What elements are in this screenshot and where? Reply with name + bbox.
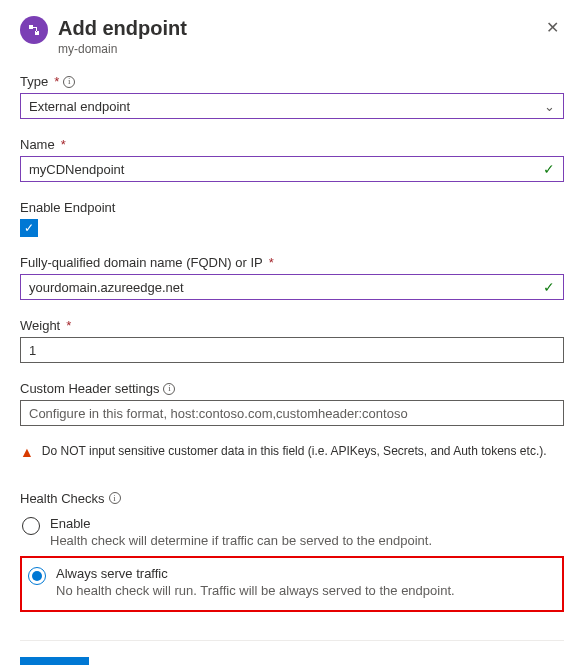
warning-icon: ▲ (20, 444, 34, 461)
endpoint-icon (20, 16, 48, 44)
fqdn-input-field[interactable] (29, 280, 537, 295)
add-button[interactable]: Add (20, 657, 89, 665)
custom-header-label: Custom Header settings (20, 381, 159, 396)
health-enable-label: Enable (50, 516, 432, 531)
name-input[interactable]: ✓ (20, 156, 564, 182)
page-title: Add endpoint (58, 16, 540, 40)
warning-text: Do NOT input sensitive customer data in … (42, 444, 547, 458)
health-always-label: Always serve traffic (56, 566, 455, 581)
required-marker: * (61, 137, 66, 152)
required-marker: * (269, 255, 274, 270)
type-label: Type (20, 74, 48, 89)
close-icon[interactable]: ✕ (540, 16, 564, 40)
health-always-desc: No health check will run. Traffic will b… (56, 583, 455, 598)
info-icon[interactable]: i (109, 492, 121, 504)
info-icon[interactable]: i (163, 383, 175, 395)
health-enable-desc: Health check will determine if traffic c… (50, 533, 432, 548)
weight-label: Weight (20, 318, 60, 333)
custom-header-input[interactable] (20, 400, 564, 426)
weight-input-field[interactable] (29, 343, 555, 358)
fqdn-label: Fully-qualified domain name (FQDN) or IP (20, 255, 263, 270)
chevron-down-icon: ⌄ (544, 99, 555, 114)
custom-header-input-field[interactable] (29, 406, 555, 421)
enable-endpoint-label: Enable Endpoint (20, 200, 115, 215)
required-marker: * (66, 318, 71, 333)
fqdn-input[interactable]: ✓ (20, 274, 564, 300)
highlight-box: Always serve traffic No health check wil… (20, 556, 564, 612)
name-input-field[interactable] (29, 162, 537, 177)
check-icon: ✓ (543, 279, 555, 295)
weight-input[interactable] (20, 337, 564, 363)
name-label: Name (20, 137, 55, 152)
page-subtitle: my-domain (58, 42, 540, 56)
health-always-radio[interactable] (28, 567, 46, 585)
enable-endpoint-checkbox[interactable]: ✓ (20, 219, 38, 237)
type-select-value: External endpoint (29, 99, 130, 114)
health-checks-label: Health Checks (20, 491, 105, 506)
required-marker: * (54, 74, 59, 89)
info-icon[interactable]: i (63, 76, 75, 88)
health-enable-radio[interactable] (22, 517, 40, 535)
check-icon: ✓ (543, 161, 555, 177)
type-select[interactable]: External endpoint ⌄ (20, 93, 564, 119)
